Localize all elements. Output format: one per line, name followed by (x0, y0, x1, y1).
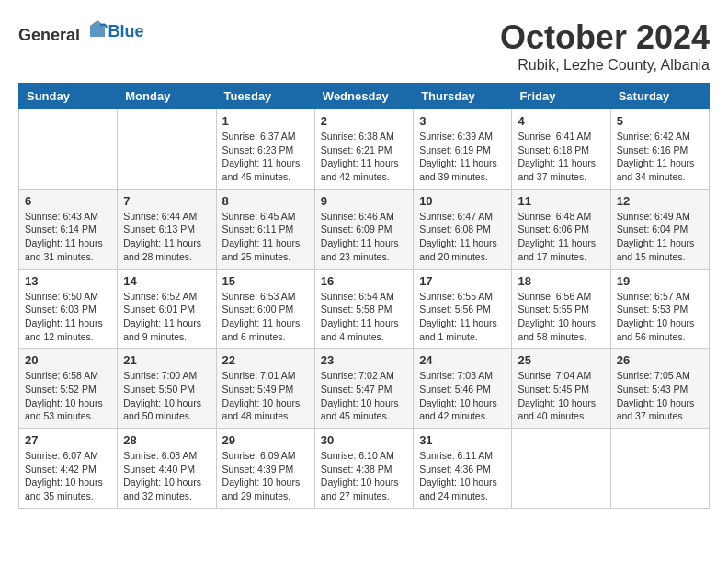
day-cell (512, 429, 610, 509)
day-header-tuesday: Tuesday (216, 84, 314, 109)
day-number: 10 (419, 194, 506, 208)
day-info: Sunrise: 6:57 AMSunset: 5:53 PMDaylight:… (617, 290, 703, 344)
day-info: Sunrise: 6:37 AMSunset: 6:23 PMDaylight:… (222, 130, 309, 184)
day-number: 31 (419, 433, 506, 447)
day-info: Sunrise: 7:00 AMSunset: 5:50 PMDaylight:… (123, 369, 210, 423)
day-cell: 27Sunrise: 6:07 AMSunset: 4:42 PMDayligh… (19, 429, 118, 509)
day-number: 11 (518, 194, 604, 208)
day-info: Sunrise: 7:04 AMSunset: 5:45 PMDaylight:… (518, 369, 604, 423)
day-cell: 14Sunrise: 6:52 AMSunset: 6:01 PMDayligh… (118, 269, 216, 349)
day-number: 27 (25, 433, 111, 447)
day-number: 3 (419, 114, 506, 128)
day-cell: 19Sunrise: 6:57 AMSunset: 5:53 PMDayligh… (610, 269, 709, 349)
month-title: October 2024 (500, 18, 710, 57)
day-number: 26 (617, 353, 703, 367)
day-number: 1 (222, 114, 309, 128)
day-info: Sunrise: 6:11 AMSunset: 4:36 PMDaylight:… (419, 449, 506, 503)
day-cell: 10Sunrise: 6:47 AMSunset: 6:08 PMDayligh… (414, 189, 512, 269)
day-cell: 13Sunrise: 6:50 AMSunset: 6:03 PMDayligh… (19, 269, 118, 349)
day-info: Sunrise: 6:39 AMSunset: 6:19 PMDaylight:… (419, 130, 506, 184)
day-info: Sunrise: 6:08 AMSunset: 4:40 PMDaylight:… (123, 449, 210, 503)
day-info: Sunrise: 6:48 AMSunset: 6:06 PMDaylight:… (518, 210, 604, 264)
day-cell: 20Sunrise: 6:58 AMSunset: 5:52 PMDayligh… (19, 349, 118, 429)
day-header-wednesday: Wednesday (314, 84, 413, 109)
day-cell (610, 429, 709, 509)
day-info: Sunrise: 6:49 AMSunset: 6:04 PMDaylight:… (617, 210, 703, 264)
day-cell: 22Sunrise: 7:01 AMSunset: 5:49 PMDayligh… (216, 349, 314, 429)
day-cell (118, 109, 216, 190)
week-row-2: 6Sunrise: 6:43 AMSunset: 6:14 PMDaylight… (19, 189, 710, 269)
day-cell: 9Sunrise: 6:46 AMSunset: 6:09 PMDaylight… (314, 189, 413, 269)
day-header-friday: Friday (512, 84, 610, 109)
day-cell: 30Sunrise: 6:10 AMSunset: 4:38 PMDayligh… (314, 429, 413, 509)
day-info: Sunrise: 7:01 AMSunset: 5:49 PMDaylight:… (222, 369, 309, 423)
day-number: 5 (617, 114, 703, 128)
day-info: Sunrise: 6:56 AMSunset: 5:55 PMDaylight:… (518, 290, 604, 344)
day-cell: 5Sunrise: 6:42 AMSunset: 6:16 PMDaylight… (610, 109, 709, 190)
day-number: 9 (321, 194, 407, 208)
day-info: Sunrise: 6:45 AMSunset: 6:11 PMDaylight:… (222, 210, 309, 264)
day-header-thursday: Thursday (414, 84, 512, 109)
day-cell: 4Sunrise: 6:41 AMSunset: 6:18 PMDaylight… (512, 109, 610, 190)
day-info: Sunrise: 6:53 AMSunset: 6:00 PMDaylight:… (222, 290, 309, 344)
day-number: 13 (25, 274, 111, 288)
day-cell (19, 109, 118, 190)
logo-blue: Blue (108, 22, 144, 40)
logo: General Blue (18, 18, 144, 45)
day-info: Sunrise: 6:38 AMSunset: 6:21 PMDaylight:… (321, 130, 407, 184)
day-number: 4 (518, 114, 604, 128)
day-cell: 3Sunrise: 6:39 AMSunset: 6:19 PMDaylight… (414, 109, 512, 190)
day-number: 7 (123, 194, 210, 208)
day-cell: 8Sunrise: 6:45 AMSunset: 6:11 PMDaylight… (216, 189, 314, 269)
day-info: Sunrise: 6:58 AMSunset: 5:52 PMDaylight:… (25, 369, 111, 423)
header-row: SundayMondayTuesdayWednesdayThursdayFrid… (19, 84, 710, 109)
logo-general: General (18, 26, 80, 44)
day-cell: 29Sunrise: 6:09 AMSunset: 4:39 PMDayligh… (216, 429, 314, 509)
day-info: Sunrise: 6:50 AMSunset: 6:03 PMDaylight:… (25, 290, 111, 344)
day-cell: 17Sunrise: 6:55 AMSunset: 5:56 PMDayligh… (414, 269, 512, 349)
day-info: Sunrise: 6:42 AMSunset: 6:16 PMDaylight:… (617, 130, 703, 184)
day-info: Sunrise: 6:54 AMSunset: 5:58 PMDaylight:… (321, 290, 407, 344)
day-header-sunday: Sunday (19, 84, 118, 109)
day-header-saturday: Saturday (610, 84, 709, 109)
day-info: Sunrise: 6:43 AMSunset: 6:14 PMDaylight:… (25, 210, 111, 264)
day-cell: 1Sunrise: 6:37 AMSunset: 6:23 PMDaylight… (216, 109, 314, 190)
day-cell: 28Sunrise: 6:08 AMSunset: 4:40 PMDayligh… (118, 429, 216, 509)
day-number: 12 (617, 194, 703, 208)
day-number: 6 (25, 194, 111, 208)
day-info: Sunrise: 6:46 AMSunset: 6:09 PMDaylight:… (321, 210, 407, 264)
day-cell: 6Sunrise: 6:43 AMSunset: 6:14 PMDaylight… (19, 189, 118, 269)
day-info: Sunrise: 6:52 AMSunset: 6:01 PMDaylight:… (123, 290, 210, 344)
location-title: Rubik, Lezhe County, Albania (500, 57, 710, 74)
day-cell: 12Sunrise: 6:49 AMSunset: 6:04 PMDayligh… (610, 189, 709, 269)
day-info: Sunrise: 6:09 AMSunset: 4:39 PMDaylight:… (222, 449, 309, 503)
day-number: 14 (123, 274, 210, 288)
day-number: 18 (518, 274, 604, 288)
day-info: Sunrise: 6:55 AMSunset: 5:56 PMDaylight:… (419, 290, 506, 344)
day-number: 19 (617, 274, 703, 288)
day-cell: 18Sunrise: 6:56 AMSunset: 5:55 PMDayligh… (512, 269, 610, 349)
day-number: 8 (222, 194, 309, 208)
day-info: Sunrise: 7:02 AMSunset: 5:47 PMDaylight:… (321, 369, 407, 423)
day-number: 2 (321, 114, 407, 128)
day-cell: 26Sunrise: 7:05 AMSunset: 5:43 PMDayligh… (610, 349, 709, 429)
day-cell: 25Sunrise: 7:04 AMSunset: 5:45 PMDayligh… (512, 349, 610, 429)
day-number: 30 (321, 433, 407, 447)
title-area: October 2024 Rubik, Lezhe County, Albani… (500, 18, 710, 74)
day-cell: 11Sunrise: 6:48 AMSunset: 6:06 PMDayligh… (512, 189, 610, 269)
day-number: 16 (321, 274, 407, 288)
day-info: Sunrise: 6:10 AMSunset: 4:38 PMDaylight:… (321, 449, 407, 503)
week-row-3: 13Sunrise: 6:50 AMSunset: 6:03 PMDayligh… (19, 269, 710, 349)
day-info: Sunrise: 7:03 AMSunset: 5:46 PMDaylight:… (419, 369, 506, 423)
week-row-4: 20Sunrise: 6:58 AMSunset: 5:52 PMDayligh… (19, 349, 710, 429)
day-number: 20 (25, 353, 111, 367)
day-info: Sunrise: 7:05 AMSunset: 5:43 PMDaylight:… (617, 369, 703, 423)
day-cell: 7Sunrise: 6:44 AMSunset: 6:13 PMDaylight… (118, 189, 216, 269)
day-header-monday: Monday (118, 84, 216, 109)
day-number: 28 (123, 433, 210, 447)
day-cell: 31Sunrise: 6:11 AMSunset: 4:36 PMDayligh… (414, 429, 512, 509)
logo-icon (86, 18, 108, 40)
day-info: Sunrise: 6:44 AMSunset: 6:13 PMDaylight:… (123, 210, 210, 264)
day-info: Sunrise: 6:07 AMSunset: 4:42 PMDaylight:… (25, 449, 111, 503)
day-number: 24 (419, 353, 506, 367)
